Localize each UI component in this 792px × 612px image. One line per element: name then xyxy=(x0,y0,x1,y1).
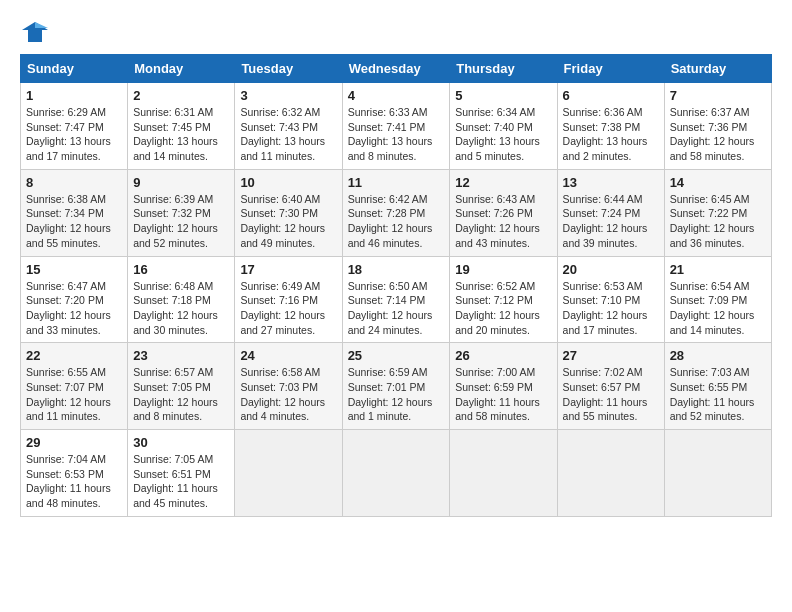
calendar-day-cell: 19Sunrise: 6:52 AM Sunset: 7:12 PM Dayli… xyxy=(450,256,557,343)
calendar-day-cell: 15Sunrise: 6:47 AM Sunset: 7:20 PM Dayli… xyxy=(21,256,128,343)
calendar-day-cell: 18Sunrise: 6:50 AM Sunset: 7:14 PM Dayli… xyxy=(342,256,450,343)
day-number: 6 xyxy=(563,88,659,103)
svg-marker-1 xyxy=(35,22,48,28)
day-number: 15 xyxy=(26,262,122,277)
day-number: 18 xyxy=(348,262,445,277)
day-number: 22 xyxy=(26,348,122,363)
calendar-day-cell: 8Sunrise: 6:38 AM Sunset: 7:34 PM Daylig… xyxy=(21,169,128,256)
day-info: Sunrise: 6:57 AM Sunset: 7:05 PM Dayligh… xyxy=(133,365,229,424)
calendar-day-cell: 2Sunrise: 6:31 AM Sunset: 7:45 PM Daylig… xyxy=(128,83,235,170)
day-number: 27 xyxy=(563,348,659,363)
calendar-day-cell: 6Sunrise: 6:36 AM Sunset: 7:38 PM Daylig… xyxy=(557,83,664,170)
calendar-day-cell: 13Sunrise: 6:44 AM Sunset: 7:24 PM Dayli… xyxy=(557,169,664,256)
calendar-day-cell: 11Sunrise: 6:42 AM Sunset: 7:28 PM Dayli… xyxy=(342,169,450,256)
calendar-day-cell: 25Sunrise: 6:59 AM Sunset: 7:01 PM Dayli… xyxy=(342,343,450,430)
calendar-day-cell: 1Sunrise: 6:29 AM Sunset: 7:47 PM Daylig… xyxy=(21,83,128,170)
logo xyxy=(20,20,54,44)
day-info: Sunrise: 7:00 AM Sunset: 6:59 PM Dayligh… xyxy=(455,365,551,424)
day-info: Sunrise: 6:48 AM Sunset: 7:18 PM Dayligh… xyxy=(133,279,229,338)
day-info: Sunrise: 7:05 AM Sunset: 6:51 PM Dayligh… xyxy=(133,452,229,511)
day-number: 17 xyxy=(240,262,336,277)
day-info: Sunrise: 6:38 AM Sunset: 7:34 PM Dayligh… xyxy=(26,192,122,251)
day-number: 3 xyxy=(240,88,336,103)
day-number: 8 xyxy=(26,175,122,190)
calendar-week-row: 15Sunrise: 6:47 AM Sunset: 7:20 PM Dayli… xyxy=(21,256,772,343)
weekday-header-thursday: Thursday xyxy=(450,55,557,83)
day-info: Sunrise: 6:44 AM Sunset: 7:24 PM Dayligh… xyxy=(563,192,659,251)
day-info: Sunrise: 6:58 AM Sunset: 7:03 PM Dayligh… xyxy=(240,365,336,424)
day-info: Sunrise: 6:34 AM Sunset: 7:40 PM Dayligh… xyxy=(455,105,551,164)
calendar-day-cell: 28Sunrise: 7:03 AM Sunset: 6:55 PM Dayli… xyxy=(664,343,771,430)
day-number: 25 xyxy=(348,348,445,363)
calendar-day-cell: 30Sunrise: 7:05 AM Sunset: 6:51 PM Dayli… xyxy=(128,430,235,517)
calendar-day-cell xyxy=(450,430,557,517)
weekday-header-saturday: Saturday xyxy=(664,55,771,83)
day-number: 24 xyxy=(240,348,336,363)
day-info: Sunrise: 6:47 AM Sunset: 7:20 PM Dayligh… xyxy=(26,279,122,338)
day-info: Sunrise: 6:33 AM Sunset: 7:41 PM Dayligh… xyxy=(348,105,445,164)
weekday-header-sunday: Sunday xyxy=(21,55,128,83)
weekday-header-row: SundayMondayTuesdayWednesdayThursdayFrid… xyxy=(21,55,772,83)
calendar-day-cell: 26Sunrise: 7:00 AM Sunset: 6:59 PM Dayli… xyxy=(450,343,557,430)
day-info: Sunrise: 6:55 AM Sunset: 7:07 PM Dayligh… xyxy=(26,365,122,424)
day-info: Sunrise: 7:04 AM Sunset: 6:53 PM Dayligh… xyxy=(26,452,122,511)
calendar-day-cell: 22Sunrise: 6:55 AM Sunset: 7:07 PM Dayli… xyxy=(21,343,128,430)
calendar-day-cell: 21Sunrise: 6:54 AM Sunset: 7:09 PM Dayli… xyxy=(664,256,771,343)
day-number: 9 xyxy=(133,175,229,190)
calendar-day-cell: 27Sunrise: 7:02 AM Sunset: 6:57 PM Dayli… xyxy=(557,343,664,430)
day-info: Sunrise: 6:39 AM Sunset: 7:32 PM Dayligh… xyxy=(133,192,229,251)
calendar-day-cell: 16Sunrise: 6:48 AM Sunset: 7:18 PM Dayli… xyxy=(128,256,235,343)
day-number: 21 xyxy=(670,262,766,277)
calendar-day-cell: 24Sunrise: 6:58 AM Sunset: 7:03 PM Dayli… xyxy=(235,343,342,430)
day-info: Sunrise: 7:03 AM Sunset: 6:55 PM Dayligh… xyxy=(670,365,766,424)
day-info: Sunrise: 6:53 AM Sunset: 7:10 PM Dayligh… xyxy=(563,279,659,338)
page-header xyxy=(20,20,772,44)
day-info: Sunrise: 6:45 AM Sunset: 7:22 PM Dayligh… xyxy=(670,192,766,251)
calendar-day-cell: 23Sunrise: 6:57 AM Sunset: 7:05 PM Dayli… xyxy=(128,343,235,430)
calendar-week-row: 8Sunrise: 6:38 AM Sunset: 7:34 PM Daylig… xyxy=(21,169,772,256)
day-number: 7 xyxy=(670,88,766,103)
day-number: 28 xyxy=(670,348,766,363)
calendar-day-cell: 3Sunrise: 6:32 AM Sunset: 7:43 PM Daylig… xyxy=(235,83,342,170)
weekday-header-monday: Monday xyxy=(128,55,235,83)
calendar-week-row: 22Sunrise: 6:55 AM Sunset: 7:07 PM Dayli… xyxy=(21,343,772,430)
day-info: Sunrise: 6:32 AM Sunset: 7:43 PM Dayligh… xyxy=(240,105,336,164)
day-info: Sunrise: 7:02 AM Sunset: 6:57 PM Dayligh… xyxy=(563,365,659,424)
day-info: Sunrise: 6:29 AM Sunset: 7:47 PM Dayligh… xyxy=(26,105,122,164)
calendar-table: SundayMondayTuesdayWednesdayThursdayFrid… xyxy=(20,54,772,517)
day-info: Sunrise: 6:52 AM Sunset: 7:12 PM Dayligh… xyxy=(455,279,551,338)
weekday-header-friday: Friday xyxy=(557,55,664,83)
calendar-day-cell: 17Sunrise: 6:49 AM Sunset: 7:16 PM Dayli… xyxy=(235,256,342,343)
day-info: Sunrise: 6:54 AM Sunset: 7:09 PM Dayligh… xyxy=(670,279,766,338)
logo-icon xyxy=(20,20,50,44)
calendar-week-row: 1Sunrise: 6:29 AM Sunset: 7:47 PM Daylig… xyxy=(21,83,772,170)
calendar-day-cell xyxy=(235,430,342,517)
day-number: 19 xyxy=(455,262,551,277)
calendar-day-cell xyxy=(557,430,664,517)
day-number: 14 xyxy=(670,175,766,190)
calendar-day-cell: 10Sunrise: 6:40 AM Sunset: 7:30 PM Dayli… xyxy=(235,169,342,256)
day-number: 12 xyxy=(455,175,551,190)
calendar-day-cell: 12Sunrise: 6:43 AM Sunset: 7:26 PM Dayli… xyxy=(450,169,557,256)
calendar-day-cell: 7Sunrise: 6:37 AM Sunset: 7:36 PM Daylig… xyxy=(664,83,771,170)
day-info: Sunrise: 6:49 AM Sunset: 7:16 PM Dayligh… xyxy=(240,279,336,338)
day-number: 4 xyxy=(348,88,445,103)
calendar-day-cell: 14Sunrise: 6:45 AM Sunset: 7:22 PM Dayli… xyxy=(664,169,771,256)
day-info: Sunrise: 6:43 AM Sunset: 7:26 PM Dayligh… xyxy=(455,192,551,251)
calendar-day-cell: 29Sunrise: 7:04 AM Sunset: 6:53 PM Dayli… xyxy=(21,430,128,517)
day-info: Sunrise: 6:36 AM Sunset: 7:38 PM Dayligh… xyxy=(563,105,659,164)
day-number: 16 xyxy=(133,262,229,277)
calendar-day-cell: 4Sunrise: 6:33 AM Sunset: 7:41 PM Daylig… xyxy=(342,83,450,170)
weekday-header-wednesday: Wednesday xyxy=(342,55,450,83)
calendar-day-cell: 5Sunrise: 6:34 AM Sunset: 7:40 PM Daylig… xyxy=(450,83,557,170)
calendar-day-cell xyxy=(342,430,450,517)
day-info: Sunrise: 6:37 AM Sunset: 7:36 PM Dayligh… xyxy=(670,105,766,164)
day-number: 13 xyxy=(563,175,659,190)
day-number: 20 xyxy=(563,262,659,277)
day-number: 1 xyxy=(26,88,122,103)
day-number: 2 xyxy=(133,88,229,103)
day-number: 11 xyxy=(348,175,445,190)
day-info: Sunrise: 6:50 AM Sunset: 7:14 PM Dayligh… xyxy=(348,279,445,338)
day-number: 30 xyxy=(133,435,229,450)
day-info: Sunrise: 6:59 AM Sunset: 7:01 PM Dayligh… xyxy=(348,365,445,424)
